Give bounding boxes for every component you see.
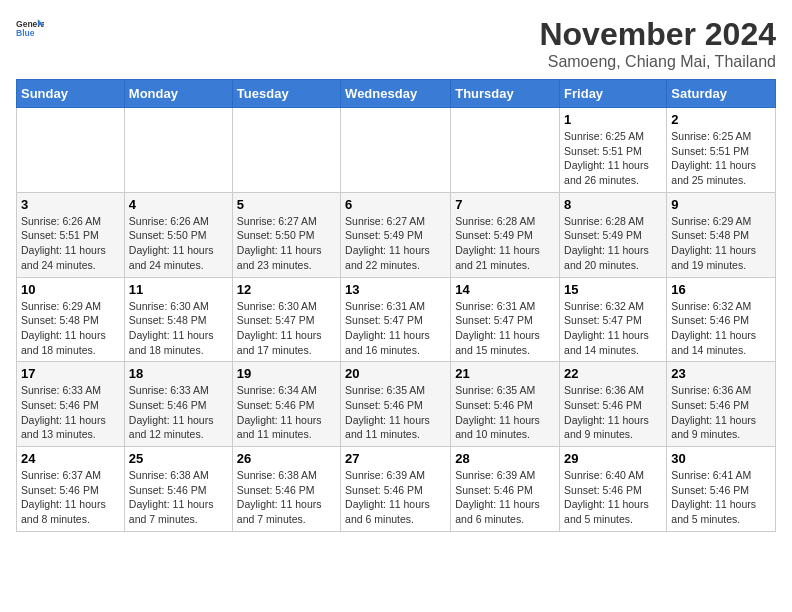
day-number: 19 xyxy=(237,366,336,381)
day-number: 30 xyxy=(671,451,771,466)
day-number: 8 xyxy=(564,197,662,212)
calendar-cell: 18Sunrise: 6:33 AMSunset: 5:46 PMDayligh… xyxy=(124,362,232,447)
calendar-cell: 7Sunrise: 6:28 AMSunset: 5:49 PMDaylight… xyxy=(451,192,560,277)
day-info: Sunrise: 6:37 AMSunset: 5:46 PMDaylight:… xyxy=(21,468,120,527)
day-number: 26 xyxy=(237,451,336,466)
calendar-cell: 8Sunrise: 6:28 AMSunset: 5:49 PMDaylight… xyxy=(560,192,667,277)
calendar-cell xyxy=(451,108,560,193)
header-day-wednesday: Wednesday xyxy=(341,80,451,108)
calendar-week-5: 24Sunrise: 6:37 AMSunset: 5:46 PMDayligh… xyxy=(17,447,776,532)
day-info: Sunrise: 6:36 AMSunset: 5:46 PMDaylight:… xyxy=(564,383,662,442)
calendar-cell: 15Sunrise: 6:32 AMSunset: 5:47 PMDayligh… xyxy=(560,277,667,362)
calendar-cell: 1Sunrise: 6:25 AMSunset: 5:51 PMDaylight… xyxy=(560,108,667,193)
calendar-cell: 21Sunrise: 6:35 AMSunset: 5:46 PMDayligh… xyxy=(451,362,560,447)
calendar-week-1: 1Sunrise: 6:25 AMSunset: 5:51 PMDaylight… xyxy=(17,108,776,193)
day-number: 12 xyxy=(237,282,336,297)
calendar-cell: 30Sunrise: 6:41 AMSunset: 5:46 PMDayligh… xyxy=(667,447,776,532)
calendar-cell: 26Sunrise: 6:38 AMSunset: 5:46 PMDayligh… xyxy=(232,447,340,532)
day-number: 28 xyxy=(455,451,555,466)
day-info: Sunrise: 6:28 AMSunset: 5:49 PMDaylight:… xyxy=(564,214,662,273)
calendar-cell: 20Sunrise: 6:35 AMSunset: 5:46 PMDayligh… xyxy=(341,362,451,447)
day-info: Sunrise: 6:39 AMSunset: 5:46 PMDaylight:… xyxy=(455,468,555,527)
header-day-thursday: Thursday xyxy=(451,80,560,108)
day-number: 25 xyxy=(129,451,228,466)
day-info: Sunrise: 6:36 AMSunset: 5:46 PMDaylight:… xyxy=(671,383,771,442)
day-info: Sunrise: 6:33 AMSunset: 5:46 PMDaylight:… xyxy=(129,383,228,442)
calendar-cell: 22Sunrise: 6:36 AMSunset: 5:46 PMDayligh… xyxy=(560,362,667,447)
day-number: 17 xyxy=(21,366,120,381)
day-number: 5 xyxy=(237,197,336,212)
main-title: November 2024 xyxy=(539,16,776,53)
calendar-table: SundayMondayTuesdayWednesdayThursdayFrid… xyxy=(16,79,776,532)
calendar-cell: 28Sunrise: 6:39 AMSunset: 5:46 PMDayligh… xyxy=(451,447,560,532)
day-number: 27 xyxy=(345,451,446,466)
calendar-week-2: 3Sunrise: 6:26 AMSunset: 5:51 PMDaylight… xyxy=(17,192,776,277)
day-info: Sunrise: 6:25 AMSunset: 5:51 PMDaylight:… xyxy=(564,129,662,188)
day-info: Sunrise: 6:41 AMSunset: 5:46 PMDaylight:… xyxy=(671,468,771,527)
day-number: 24 xyxy=(21,451,120,466)
day-info: Sunrise: 6:31 AMSunset: 5:47 PMDaylight:… xyxy=(455,299,555,358)
day-number: 7 xyxy=(455,197,555,212)
day-info: Sunrise: 6:39 AMSunset: 5:46 PMDaylight:… xyxy=(345,468,446,527)
day-info: Sunrise: 6:29 AMSunset: 5:48 PMDaylight:… xyxy=(21,299,120,358)
calendar-cell: 6Sunrise: 6:27 AMSunset: 5:49 PMDaylight… xyxy=(341,192,451,277)
calendar-header-row: SundayMondayTuesdayWednesdayThursdayFrid… xyxy=(17,80,776,108)
calendar-cell: 29Sunrise: 6:40 AMSunset: 5:46 PMDayligh… xyxy=(560,447,667,532)
day-info: Sunrise: 6:29 AMSunset: 5:48 PMDaylight:… xyxy=(671,214,771,273)
day-info: Sunrise: 6:32 AMSunset: 5:47 PMDaylight:… xyxy=(564,299,662,358)
day-number: 14 xyxy=(455,282,555,297)
day-info: Sunrise: 6:33 AMSunset: 5:46 PMDaylight:… xyxy=(21,383,120,442)
day-number: 21 xyxy=(455,366,555,381)
day-number: 23 xyxy=(671,366,771,381)
calendar-cell: 23Sunrise: 6:36 AMSunset: 5:46 PMDayligh… xyxy=(667,362,776,447)
day-info: Sunrise: 6:30 AMSunset: 5:48 PMDaylight:… xyxy=(129,299,228,358)
calendar-cell: 13Sunrise: 6:31 AMSunset: 5:47 PMDayligh… xyxy=(341,277,451,362)
calendar-cell: 14Sunrise: 6:31 AMSunset: 5:47 PMDayligh… xyxy=(451,277,560,362)
day-info: Sunrise: 6:32 AMSunset: 5:46 PMDaylight:… xyxy=(671,299,771,358)
day-number: 22 xyxy=(564,366,662,381)
day-info: Sunrise: 6:34 AMSunset: 5:46 PMDaylight:… xyxy=(237,383,336,442)
header-day-friday: Friday xyxy=(560,80,667,108)
day-info: Sunrise: 6:27 AMSunset: 5:50 PMDaylight:… xyxy=(237,214,336,273)
header-day-sunday: Sunday xyxy=(17,80,125,108)
calendar-cell: 9Sunrise: 6:29 AMSunset: 5:48 PMDaylight… xyxy=(667,192,776,277)
calendar-cell: 10Sunrise: 6:29 AMSunset: 5:48 PMDayligh… xyxy=(17,277,125,362)
day-info: Sunrise: 6:38 AMSunset: 5:46 PMDaylight:… xyxy=(237,468,336,527)
logo-icon: General Blue xyxy=(16,16,44,44)
day-number: 4 xyxy=(129,197,228,212)
calendar-cell: 27Sunrise: 6:39 AMSunset: 5:46 PMDayligh… xyxy=(341,447,451,532)
calendar-week-3: 10Sunrise: 6:29 AMSunset: 5:48 PMDayligh… xyxy=(17,277,776,362)
calendar-cell: 25Sunrise: 6:38 AMSunset: 5:46 PMDayligh… xyxy=(124,447,232,532)
day-info: Sunrise: 6:26 AMSunset: 5:50 PMDaylight:… xyxy=(129,214,228,273)
day-info: Sunrise: 6:38 AMSunset: 5:46 PMDaylight:… xyxy=(129,468,228,527)
calendar-cell: 17Sunrise: 6:33 AMSunset: 5:46 PMDayligh… xyxy=(17,362,125,447)
calendar-cell: 4Sunrise: 6:26 AMSunset: 5:50 PMDaylight… xyxy=(124,192,232,277)
day-info: Sunrise: 6:27 AMSunset: 5:49 PMDaylight:… xyxy=(345,214,446,273)
day-number: 1 xyxy=(564,112,662,127)
logo: General Blue xyxy=(16,16,44,44)
calendar-cell: 24Sunrise: 6:37 AMSunset: 5:46 PMDayligh… xyxy=(17,447,125,532)
page-header: General Blue November 2024 Samoeng, Chia… xyxy=(16,16,776,71)
calendar-cell xyxy=(341,108,451,193)
calendar-cell xyxy=(124,108,232,193)
day-info: Sunrise: 6:25 AMSunset: 5:51 PMDaylight:… xyxy=(671,129,771,188)
calendar-cell: 5Sunrise: 6:27 AMSunset: 5:50 PMDaylight… xyxy=(232,192,340,277)
day-number: 11 xyxy=(129,282,228,297)
day-info: Sunrise: 6:31 AMSunset: 5:47 PMDaylight:… xyxy=(345,299,446,358)
header-day-tuesday: Tuesday xyxy=(232,80,340,108)
day-number: 18 xyxy=(129,366,228,381)
subtitle: Samoeng, Chiang Mai, Thailand xyxy=(539,53,776,71)
calendar-cell: 12Sunrise: 6:30 AMSunset: 5:47 PMDayligh… xyxy=(232,277,340,362)
day-number: 15 xyxy=(564,282,662,297)
calendar-cell: 11Sunrise: 6:30 AMSunset: 5:48 PMDayligh… xyxy=(124,277,232,362)
calendar-cell: 3Sunrise: 6:26 AMSunset: 5:51 PMDaylight… xyxy=(17,192,125,277)
day-number: 13 xyxy=(345,282,446,297)
svg-text:Blue: Blue xyxy=(16,28,35,38)
day-info: Sunrise: 6:26 AMSunset: 5:51 PMDaylight:… xyxy=(21,214,120,273)
day-info: Sunrise: 6:35 AMSunset: 5:46 PMDaylight:… xyxy=(455,383,555,442)
day-info: Sunrise: 6:35 AMSunset: 5:46 PMDaylight:… xyxy=(345,383,446,442)
calendar-cell xyxy=(17,108,125,193)
calendar-cell: 16Sunrise: 6:32 AMSunset: 5:46 PMDayligh… xyxy=(667,277,776,362)
day-info: Sunrise: 6:30 AMSunset: 5:47 PMDaylight:… xyxy=(237,299,336,358)
day-info: Sunrise: 6:28 AMSunset: 5:49 PMDaylight:… xyxy=(455,214,555,273)
